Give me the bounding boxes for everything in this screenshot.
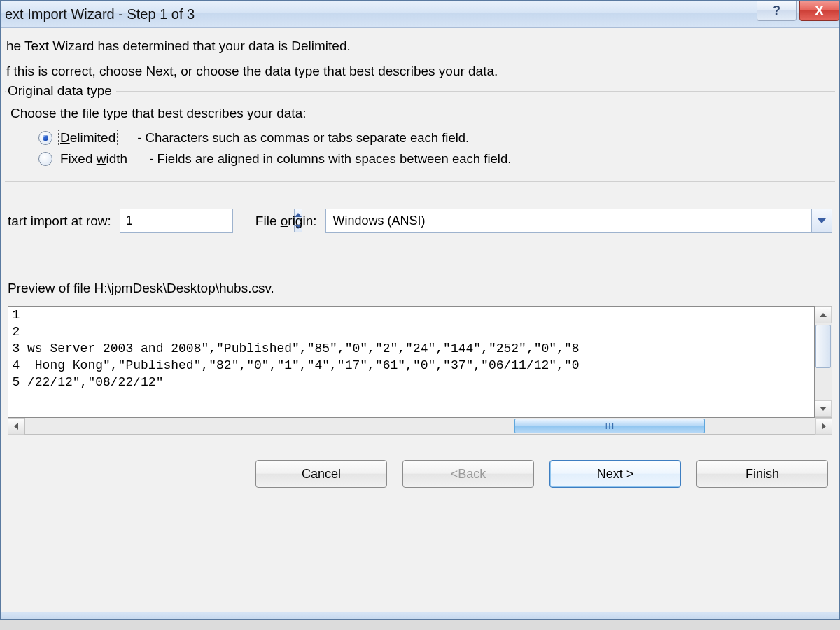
radio-delimited[interactable]	[38, 131, 52, 145]
titlebar: ext Import Wizard - Step 1 of 3 ? X	[1, 1, 839, 28]
radio-fixed-label[interactable]: Fixed width	[58, 150, 130, 167]
intro-line-1: he Text Wizard has determined that your …	[6, 34, 834, 59]
file-origin-value: Windows (ANSI)	[333, 214, 426, 228]
next-button[interactable]: Next >	[550, 460, 681, 488]
file-origin-label: File origin:	[255, 214, 317, 229]
preview-label: Preview of file H:\jpmDesk\Desktop\hubs.…	[5, 281, 835, 296]
start-row-label: tart import at row:	[8, 214, 111, 229]
line-number: 1	[8, 307, 24, 324]
radio-fixed-desc: - Fields are aligned in columns with spa…	[149, 151, 511, 167]
preview-area: 123ws Server 2003 and 2008","Published",…	[5, 306, 835, 435]
file-origin-dropdown[interactable]: Windows (ANSI)	[326, 209, 833, 233]
line-number: 3	[8, 340, 24, 358]
line-number: 2	[8, 323, 24, 341]
cancel-button[interactable]: Cancel	[255, 460, 387, 488]
client-area: he Text Wizard has determined that your …	[1, 28, 839, 488]
group-subtitle: Choose the file type that best describes…	[10, 106, 830, 121]
scroll-up-button[interactable]	[815, 307, 832, 323]
window-title: ext Import Wizard - Step 1 of 3	[4, 6, 195, 22]
import-settings-row: tart import at row: File origin: Windows…	[5, 209, 835, 233]
radio-fixed-row: Fixed width - Fields are aligned in colu…	[8, 150, 832, 167]
preview-box: 123ws Server 2003 and 2008","Published",…	[8, 306, 832, 418]
group-legend: Original data type	[6, 83, 116, 99]
start-row-spinner[interactable]	[120, 209, 233, 233]
vscroll-thumb[interactable]	[816, 325, 831, 368]
radio-fixed-width[interactable]	[38, 152, 52, 166]
wizard-window: ext Import Wizard - Step 1 of 3 ? X he T…	[0, 0, 840, 620]
chevron-up-icon	[820, 313, 827, 317]
preview-line: 5/22/12","08/22/12"	[8, 374, 814, 391]
vertical-scrollbar[interactable]	[815, 306, 832, 418]
preview-text: 123ws Server 2003 and 2008","Published",…	[8, 306, 815, 418]
horizontal-scrollbar[interactable]: III	[8, 418, 832, 435]
dropdown-button[interactable]	[811, 209, 832, 232]
intro-line-2: f this is correct, choose Next, or choos…	[6, 59, 834, 84]
vscroll-track[interactable]	[815, 323, 832, 400]
back-button[interactable]: < Back	[402, 460, 534, 488]
chevron-down-icon	[820, 407, 827, 411]
preview-line: 2	[8, 323, 814, 340]
chevron-left-icon	[14, 423, 18, 430]
close-button[interactable]: X	[799, 1, 839, 21]
hscroll-thumb[interactable]: III	[514, 419, 705, 433]
preview-line: 3ws Server 2003 and 2008","Published","8…	[8, 340, 814, 357]
finish-button[interactable]: Finish	[696, 460, 828, 488]
scroll-right-button[interactable]	[816, 418, 832, 435]
footer-buttons: Cancel < Back Next > Finish	[5, 435, 835, 488]
line-text: /22/12","08/22/12"	[24, 374, 163, 391]
line-text: ws Server 2003 and 2008","Published","85…	[24, 340, 580, 357]
help-button[interactable]: ?	[757, 1, 797, 21]
chevron-down-icon	[818, 218, 826, 223]
radio-delimited-row: Delimited - Characters such as commas or…	[8, 130, 832, 146]
chevron-right-icon	[822, 423, 826, 430]
hscroll-track[interactable]: III	[24, 418, 816, 435]
preview-line: 4 Hong Kong","Published","82","0","1","4…	[8, 357, 814, 374]
intro-text: he Text Wizard has determined that your …	[5, 28, 835, 88]
line-number: 5	[8, 374, 24, 391]
original-data-type-group: Original data type Choose the file type …	[5, 91, 835, 182]
scroll-left-button[interactable]	[8, 418, 24, 435]
radio-delimited-label[interactable]: Delimited	[58, 130, 118, 146]
window-border-bottom	[1, 612, 839, 620]
titlebar-buttons: ? X	[757, 1, 839, 27]
radio-delimited-desc: - Characters such as commas or tabs sepa…	[137, 130, 469, 146]
preview-line: 1	[8, 307, 814, 323]
scroll-down-button[interactable]	[815, 400, 832, 417]
line-number: 4	[8, 357, 24, 374]
line-text: Hong Kong","Published","82","0","1","4",…	[24, 357, 580, 374]
